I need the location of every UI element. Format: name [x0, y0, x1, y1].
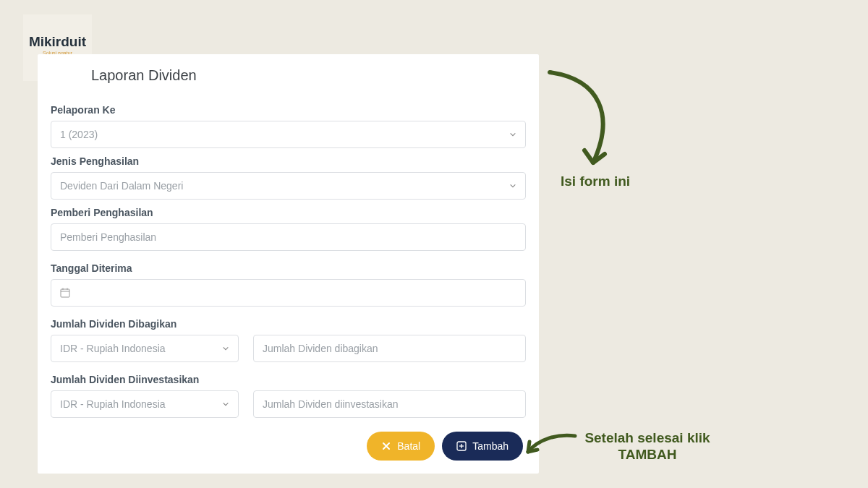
cancel-button-label: Batal — [397, 440, 420, 452]
select-currency-diinvestasikan[interactable]: IDR - Rupiah Indonesia — [51, 390, 239, 418]
currency-dibagikan-value: IDR - Rupiah Indonesia — [60, 343, 166, 354]
currency-diinvestasikan-value: IDR - Rupiah Indonesia — [60, 398, 166, 410]
field-dibagikan: Jumlah Dividen Dibagikan IDR - Rupiah In… — [51, 318, 526, 362]
field-tanggal: Tanggal Diterima — [51, 262, 526, 307]
chevron-down-icon — [509, 131, 516, 138]
input-pemberi[interactable] — [60, 231, 516, 243]
form-card: Laporan Dividen Pelaporan Ke 1 (2023) Je… — [38, 54, 539, 474]
add-button[interactable]: Tambah — [442, 432, 523, 461]
label-jenis: Jenis Penghasilan — [51, 155, 526, 167]
add-box-icon — [456, 441, 467, 451]
chevron-down-icon — [222, 345, 229, 352]
input-diinvestasikan[interactable] — [263, 398, 516, 410]
button-row: Batal Tambah — [367, 432, 523, 461]
input-dibagikan[interactable] — [263, 343, 516, 354]
input-diinvestasikan-wrap[interactable] — [253, 390, 526, 418]
close-icon — [381, 441, 391, 451]
field-jenis: Jenis Penghasilan Deviden Dari Dalam Neg… — [51, 155, 526, 200]
field-pelaporan: Pelaporan Ke 1 (2023) — [51, 104, 526, 148]
input-dibagikan-wrap[interactable] — [253, 335, 526, 362]
annotation-fill-form: Isi form ini — [561, 174, 630, 190]
label-dibagikan: Jumlah Dividen Dibagikan — [51, 318, 526, 330]
logo-title: Mikirduit — [29, 34, 86, 50]
chevron-down-icon — [222, 401, 229, 408]
svg-rect-0 — [61, 289, 69, 297]
cancel-button[interactable]: Batal — [367, 432, 435, 461]
select-jenis[interactable]: Deviden Dari Dalam Negeri — [51, 172, 526, 200]
select-pelaporan[interactable]: 1 (2023) — [51, 121, 526, 148]
input-pemberi-wrap[interactable] — [51, 223, 526, 251]
label-pelaporan: Pelaporan Ke — [51, 104, 526, 116]
annotation-after-done: Setelah selesai klik TAMBAH — [568, 430, 727, 463]
select-pelaporan-value: 1 (2023) — [60, 129, 98, 140]
select-currency-dibagikan[interactable]: IDR - Rupiah Indonesia — [51, 335, 239, 362]
calendar-icon — [60, 288, 70, 298]
arrow-icon — [542, 65, 637, 174]
label-tanggal: Tanggal Diterima — [51, 262, 526, 274]
input-tanggal[interactable] — [51, 279, 526, 307]
card-title: Laporan Dividen — [91, 67, 526, 84]
arrow-icon — [521, 430, 579, 459]
field-diinvestasikan: Jumlah Dividen Diinvestasikan IDR - Rupi… — [51, 374, 526, 418]
label-diinvestasikan: Jumlah Dividen Diinvestasikan — [51, 374, 526, 385]
chevron-down-icon — [509, 182, 516, 189]
add-button-label: Tambah — [472, 440, 509, 452]
select-jenis-value: Deviden Dari Dalam Negeri — [60, 180, 183, 192]
field-pemberi: Pemberi Penghasilan — [51, 207, 526, 251]
label-pemberi: Pemberi Penghasilan — [51, 207, 526, 218]
